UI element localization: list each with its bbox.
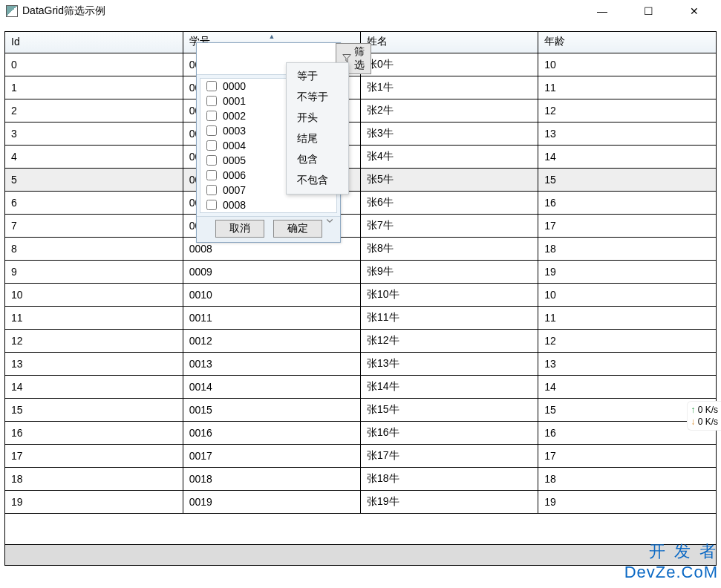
table-row[interactable]: 60006张6牛16 [5, 192, 716, 215]
table-row[interactable]: 50005张5牛15 [5, 169, 716, 192]
cell[interactable]: 13 [538, 122, 716, 146]
cell[interactable]: 7 [5, 215, 183, 238]
cell[interactable]: 张5牛 [361, 169, 538, 192]
cell[interactable]: 17 [538, 215, 716, 238]
cell[interactable]: 张14牛 [361, 376, 538, 399]
filter-cancel-button[interactable]: 取消 [215, 220, 264, 238]
cell[interactable]: 张7牛 [361, 215, 538, 238]
filter-type-menu-item[interactable]: 包含 [287, 149, 348, 170]
cell[interactable]: 14 [538, 146, 716, 169]
cell[interactable]: 张9牛 [361, 261, 538, 284]
filter-value-checkbox[interactable] [206, 200, 217, 210]
cell[interactable]: 0018 [183, 468, 360, 491]
cell[interactable]: 9 [5, 261, 183, 284]
cell[interactable]: 18 [5, 468, 183, 491]
cell[interactable]: 14 [5, 376, 183, 399]
cell[interactable]: 3 [5, 122, 183, 146]
cell[interactable]: 0012 [183, 330, 360, 353]
datagrid[interactable]: Id学号▲姓名年龄 00000张0牛1010001张1牛1120002张2牛12… [5, 32, 716, 514]
cell[interactable]: 张15牛 [361, 399, 538, 422]
filter-value-item[interactable]: 0008 [200, 197, 336, 212]
table-row[interactable]: 130013张13牛13 [5, 353, 716, 376]
filter-type-menu-item[interactable]: 不包含 [287, 170, 348, 191]
filter-value-checkbox[interactable] [206, 140, 217, 151]
table-row[interactable]: 70007张7牛17 [5, 215, 716, 238]
cell[interactable]: 15 [538, 169, 716, 192]
filter-value-checkbox[interactable] [206, 185, 217, 195]
filter-value-checkbox[interactable] [206, 170, 217, 180]
cell[interactable]: 张19牛 [361, 491, 538, 514]
cell[interactable]: 0013 [183, 353, 360, 376]
cell[interactable]: 10 [5, 284, 183, 307]
cell[interactable]: 10 [538, 284, 716, 307]
cell[interactable]: 0016 [183, 422, 360, 445]
cell[interactable]: 张3牛 [361, 122, 538, 146]
column-header[interactable]: 年龄 [538, 32, 716, 53]
cell[interactable]: 张10牛 [361, 284, 538, 307]
cell[interactable]: 0017 [183, 445, 360, 468]
cell[interactable]: 16 [538, 422, 716, 445]
minimize-button[interactable]: — [586, 1, 619, 22]
cell[interactable]: 5 [5, 169, 183, 192]
filter-value-checkbox[interactable] [206, 96, 217, 106]
table-row[interactable]: 140014张14牛14 [5, 376, 716, 399]
cell[interactable]: 张13牛 [361, 353, 538, 376]
table-row[interactable]: 110011张11牛11 [5, 307, 716, 330]
table-row[interactable]: 190019张19牛19 [5, 491, 716, 514]
cell[interactable]: 19 [538, 261, 716, 284]
close-button[interactable]: ✕ [678, 1, 711, 22]
cell[interactable]: 12 [538, 99, 716, 122]
filter-type-menu-item[interactable]: 等于 [287, 66, 348, 87]
filter-value-checkbox[interactable] [206, 125, 217, 136]
table-row[interactable]: 180018张18牛18 [5, 468, 716, 491]
cell[interactable]: 11 [538, 307, 716, 330]
filter-value-checkbox[interactable] [206, 81, 217, 91]
column-header[interactable]: Id [5, 32, 183, 53]
cell[interactable]: 0010 [183, 284, 360, 307]
cell[interactable]: 张8牛 [361, 238, 538, 261]
cell[interactable]: 0014 [183, 376, 360, 399]
cell[interactable]: 11 [538, 76, 716, 99]
chevron-down-icon[interactable] [325, 215, 334, 227]
cell[interactable]: 12 [5, 330, 183, 353]
table-row[interactable]: 170017张17牛17 [5, 445, 716, 468]
cell[interactable]: 12 [538, 330, 716, 353]
cell[interactable]: 15 [538, 399, 716, 422]
cell[interactable]: 张18牛 [361, 468, 538, 491]
cell[interactable]: 张2牛 [361, 99, 538, 122]
cell[interactable]: 2 [5, 99, 183, 122]
cell[interactable]: 11 [5, 307, 183, 330]
cell[interactable]: 4 [5, 146, 183, 169]
cell[interactable]: 张6牛 [361, 192, 538, 215]
filter-type-menu-item[interactable]: 结尾 [287, 128, 348, 149]
cell[interactable]: 0009 [183, 261, 360, 284]
filter-type-menu-item[interactable]: 不等于 [287, 87, 348, 108]
cell[interactable]: 张16牛 [361, 422, 538, 445]
table-row[interactable]: 90009张9牛19 [5, 261, 716, 284]
cell[interactable]: 19 [5, 491, 183, 514]
filter-value-checkbox[interactable] [206, 111, 217, 121]
cell[interactable]: 18 [538, 238, 716, 261]
table-row[interactable]: 120012张12牛12 [5, 330, 716, 353]
column-header[interactable]: 姓名 [361, 32, 538, 53]
cell[interactable]: 8 [5, 238, 183, 261]
table-row[interactable]: 80008张8牛18 [5, 238, 716, 261]
table-row[interactable]: 20002张2牛12 [5, 99, 716, 122]
table-row[interactable]: 100010张10牛10 [5, 284, 716, 307]
cell[interactable]: 张11牛 [361, 307, 538, 330]
cell[interactable]: 张0牛 [361, 53, 538, 76]
cell[interactable]: 0011 [183, 307, 360, 330]
cell[interactable]: 张1牛 [361, 76, 538, 99]
cell[interactable]: 张4牛 [361, 146, 538, 169]
cell[interactable]: 0 [5, 53, 183, 76]
table-row[interactable]: 150015张15牛15 [5, 399, 716, 422]
filter-value-checkbox[interactable] [206, 155, 217, 166]
cell[interactable]: 张17牛 [361, 445, 538, 468]
table-row[interactable]: 30003张3牛13 [5, 122, 716, 146]
cell[interactable]: 0019 [183, 491, 360, 514]
cell[interactable]: 13 [5, 353, 183, 376]
cell[interactable]: 16 [5, 422, 183, 445]
table-row[interactable]: 160016张16牛16 [5, 422, 716, 445]
maximize-button[interactable]: ☐ [632, 1, 665, 22]
cell[interactable]: 15 [5, 399, 183, 422]
